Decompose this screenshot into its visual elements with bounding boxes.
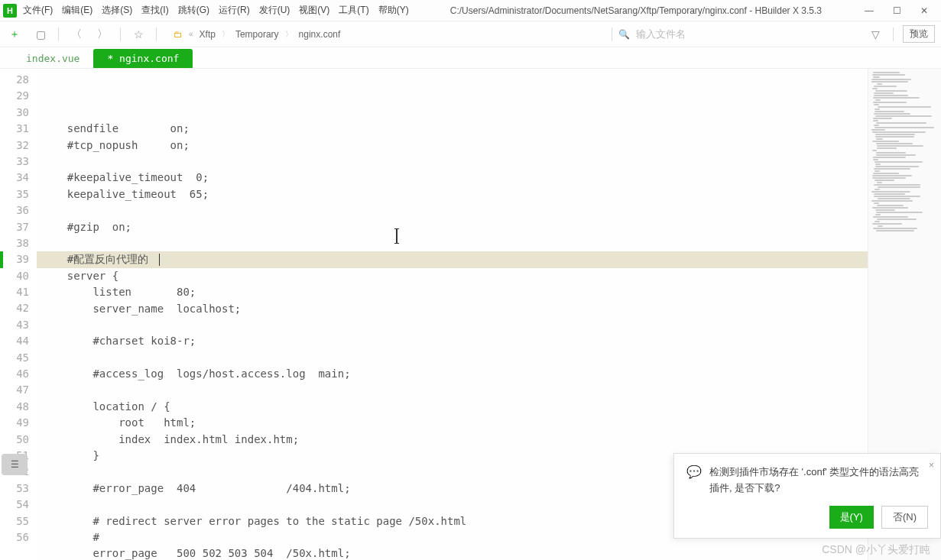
line-number: 54 — [0, 497, 29, 513]
code-line[interactable]: #keepalive_timeout 0; — [37, 170, 868, 186]
minimap-line — [873, 118, 891, 119]
code-line[interactable]: server { — [37, 268, 868, 284]
menu-view[interactable]: 视图(V) — [299, 4, 329, 17]
minimap-line — [872, 223, 902, 225]
code-line[interactable]: root html; — [37, 415, 868, 431]
minimap-line — [873, 159, 878, 160]
code-line[interactable] — [37, 350, 868, 366]
close-button[interactable]: ✕ — [918, 5, 930, 16]
minimap-line — [874, 104, 879, 105]
minimap-line — [875, 163, 881, 165]
minimize-button[interactable]: — — [863, 5, 875, 16]
filter-icon[interactable]: ▽ — [867, 26, 884, 43]
outline-toggle-button[interactable]: ☰ — [2, 454, 28, 475]
code-line[interactable]: sendfile on; — [37, 121, 868, 137]
preview-button[interactable]: 预览 — [903, 25, 935, 43]
line-number: 44 — [0, 333, 29, 349]
minimap-line — [876, 122, 926, 124]
new-file-icon[interactable]: ＋ — [6, 26, 23, 43]
code-line[interactable] — [37, 382, 868, 398]
line-number: 35 — [0, 186, 29, 202]
menu-find[interactable]: 查找(I) — [141, 4, 168, 17]
menu-select[interactable]: 选择(S) — [102, 4, 132, 17]
line-number: 38 — [0, 235, 29, 251]
line-number: 31 — [0, 121, 29, 137]
minimap-line — [874, 189, 880, 190]
minimap-line — [874, 196, 920, 197]
minimap-line — [875, 166, 919, 167]
window-title: C:/Users/Administrator/Documents/NetSara… — [409, 5, 863, 16]
code-line[interactable] — [37, 317, 868, 333]
menu-help[interactable]: 帮助(Y) — [378, 4, 409, 17]
code-line[interactable]: index index.html index.htm; — [37, 432, 868, 448]
minimap-line — [874, 202, 879, 204]
code-line[interactable]: listen 80; — [37, 284, 868, 300]
code-line[interactable] — [37, 235, 868, 251]
save-icon[interactable]: ▢ — [32, 26, 49, 43]
minimap-line — [872, 141, 899, 142]
tab-index-vue[interactable]: index.vue — [12, 49, 93, 68]
favorite-icon[interactable]: ☆ — [130, 26, 147, 43]
no-button[interactable]: 否(N) — [881, 506, 928, 529]
breadcrumb-item[interactable]: Temporary — [235, 29, 279, 40]
code-line[interactable]: #charset koi8-r; — [37, 333, 868, 349]
minimap-line — [872, 207, 909, 209]
menu-run[interactable]: 运行(R) — [219, 4, 250, 17]
menu-goto[interactable]: 跳转(G) — [178, 4, 209, 17]
minimap-line — [873, 216, 907, 218]
minimap-line — [871, 79, 911, 80]
minimap-line — [873, 97, 920, 99]
code-line[interactable]: server_name localhost; — [37, 301, 868, 317]
code-line[interactable]: #access_log logs/host.access.log main; — [37, 366, 868, 382]
minimap-line — [874, 168, 910, 170]
breadcrumb-item[interactable]: Xftp — [200, 29, 216, 40]
yes-button[interactable]: 是(Y) — [829, 506, 874, 529]
line-number: 29 — [0, 88, 29, 104]
caret-icon — [159, 254, 160, 266]
minimap-line — [874, 184, 920, 186]
line-number: 30 — [0, 105, 29, 121]
minimap-line — [873, 157, 907, 158]
code-line[interactable]: keepalive_timeout 65; — [37, 186, 868, 202]
minimap-line — [874, 111, 904, 112]
line-number: 56 — [0, 529, 29, 545]
menu-publish[interactable]: 发行(U) — [259, 4, 290, 17]
code-line[interactable] — [37, 202, 868, 218]
breadcrumb-item[interactable]: nginx.conf — [299, 29, 341, 40]
code-line[interactable]: #配置反向代理的 — [37, 251, 868, 267]
minimap-line — [875, 115, 932, 117]
menu-edit[interactable]: 编辑(E) — [62, 4, 92, 17]
folder-icon[interactable]: 🗀 — [174, 29, 183, 40]
minimap-line — [874, 108, 880, 110]
minimap-line — [874, 193, 906, 195]
breadcrumb-collapse[interactable]: « — [189, 30, 193, 38]
tab-nginx-conf[interactable]: * nginx.conf — [93, 49, 193, 68]
line-number: 37 — [0, 219, 29, 235]
minimap-line — [877, 205, 904, 206]
file-search: 🔍 — [612, 28, 850, 41]
minimap-line — [875, 136, 913, 138]
code-line[interactable]: #gzip on; — [37, 219, 868, 235]
menu-file[interactable]: 文件(F) — [23, 4, 53, 17]
line-number: 34 — [0, 170, 29, 186]
menu-tools[interactable]: 工具(T) — [339, 4, 368, 17]
nav-forward-icon[interactable]: 〉 — [94, 26, 111, 43]
code-line[interactable]: #tcp_nopush on; — [37, 138, 868, 154]
search-icon[interactable]: 🔍 — [618, 29, 630, 40]
line-number: 55 — [0, 513, 29, 529]
search-input[interactable] — [636, 28, 850, 40]
line-number: 36 — [0, 202, 29, 218]
nav-back-icon[interactable]: 〈 — [68, 26, 85, 43]
minimap-line — [872, 88, 878, 89]
code-line[interactable] — [37, 154, 868, 170]
line-number: 40 — [0, 268, 29, 284]
close-icon[interactable]: × — [929, 460, 934, 471]
minimap-line — [876, 143, 913, 144]
code-line[interactable]: location / { — [37, 399, 868, 415]
code-line[interactable]: error_page 500 502 503 504 /50x.html; — [37, 545, 868, 560]
notification-panel: × 💬 检测到插件市场存在 '.conf' 类型文件的语法高亮插件, 是否下载?… — [673, 453, 941, 539]
maximize-button[interactable]: ☐ — [891, 5, 903, 16]
line-number: 33 — [0, 154, 29, 170]
minimap-line — [878, 186, 921, 188]
minimap-line — [877, 145, 923, 147]
